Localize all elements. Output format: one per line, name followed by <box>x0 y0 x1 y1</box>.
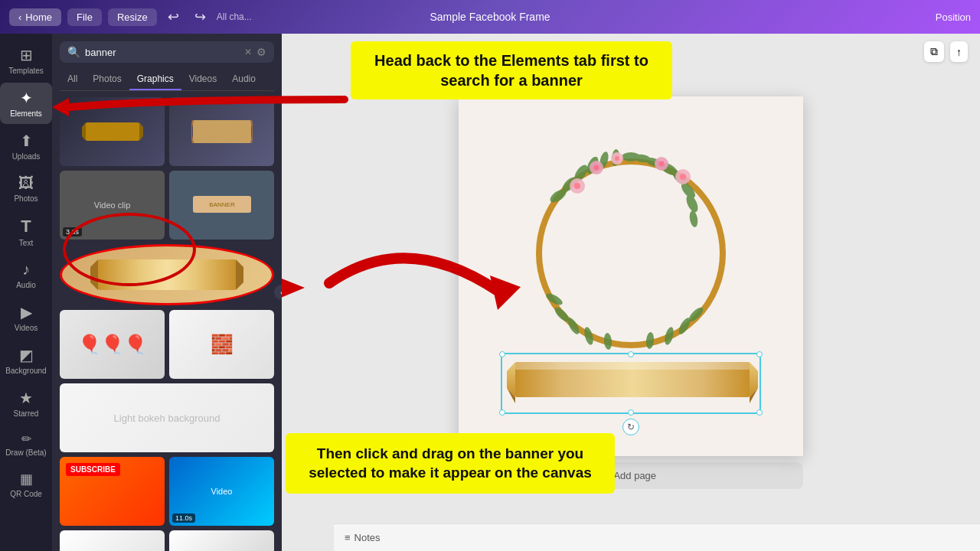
result-item[interactable] <box>60 530 165 551</box>
undo-button[interactable]: ↩ <box>163 5 184 28</box>
result-item[interactable]: Video clip 3.0s <box>60 171 165 240</box>
topbar: ‹ Home File Resize ↩ ↪ All cha... Sample… <box>0 0 980 34</box>
result-item[interactable] <box>169 97 274 166</box>
draw-icon: ✏ <box>21 432 31 446</box>
result-item[interactable]: 🧱 <box>169 310 274 379</box>
search-icon: 🔍 <box>67 46 80 58</box>
position-button[interactable]: Position <box>936 11 971 23</box>
result-item[interactable]: Video 11.0s <box>169 457 274 526</box>
tooltip-1: Head back to the Elements tab first to s… <box>351 41 672 99</box>
svg-point-42 <box>680 174 686 180</box>
topbar-right: Position <box>936 11 971 23</box>
sidebar: ⊞ Templates ✦ Elements ⬆ Uploads 🖼 Photo… <box>0 34 52 551</box>
svg-marker-7 <box>90 259 98 290</box>
sidebar-item-videos[interactable]: ▶ Videos <box>0 297 52 338</box>
svg-marker-59 <box>282 271 305 305</box>
results-grid: Video clip 3.0s BANNER <box>52 91 282 551</box>
tab-videos[interactable]: Videos <box>181 69 224 90</box>
svg-point-40 <box>659 161 665 166</box>
selection-handle-br[interactable] <box>756 409 763 416</box>
sidebar-item-uploads[interactable]: ⬆ Uploads <box>0 126 52 167</box>
sidebar-item-elements[interactable]: ✦ Elements <box>0 83 52 124</box>
file-button[interactable]: File <box>67 8 102 26</box>
result-item[interactable] <box>169 530 274 551</box>
tab-all[interactable]: All <box>60 69 85 90</box>
selection-handle-tl[interactable] <box>499 351 505 357</box>
notes-button[interactable]: ≡ Notes <box>345 532 381 543</box>
main-layout: ⊞ Templates ✦ Elements ⬆ Uploads 🖼 Photo… <box>0 34 980 551</box>
duration-badge: 11.0s <box>172 514 195 523</box>
canvas-copy-icon[interactable]: ⧉ <box>924 41 944 62</box>
sidebar-item-starred[interactable]: ★ Starred <box>0 383 52 424</box>
tab-audio[interactable]: Audio <box>224 69 263 90</box>
search-bar: 🔍 ✕ ⚙ <box>60 41 274 63</box>
canvas-top-icons: ⧉ ↑ <box>924 41 968 62</box>
svg-marker-8 <box>236 259 243 290</box>
tab-photos[interactable]: Photos <box>85 69 129 90</box>
result-item[interactable]: 🎈🎈🎈 <box>60 310 165 379</box>
svg-rect-3 <box>193 120 251 143</box>
rotate-handle[interactable]: ↻ <box>622 419 639 435</box>
svg-marker-2 <box>139 122 143 141</box>
canvas-frame: ↻ <box>459 96 803 456</box>
filter-icon[interactable]: ⚙ <box>256 46 266 58</box>
subscribe-badge: SUBSCRIBE <box>66 463 120 476</box>
selection-handle-tr[interactable] <box>756 351 763 357</box>
wreath-illustration: ↻ <box>485 116 776 437</box>
svg-marker-54 <box>750 362 758 397</box>
canvas-export-icon[interactable]: ↑ <box>950 41 968 62</box>
elements-icon: ✦ <box>20 89 33 107</box>
svg-point-34 <box>574 183 580 189</box>
selection-handle-tc[interactable] <box>628 351 634 357</box>
svg-point-38 <box>615 156 619 161</box>
result-item[interactable]: SUBSCRIBE <box>60 457 165 526</box>
result-item[interactable]: BANNER <box>169 171 274 240</box>
sidebar-item-qrcode[interactable]: ▦ QR Code <box>0 465 52 504</box>
svg-point-47 <box>603 332 612 350</box>
selection-handle-bl[interactable] <box>499 409 505 416</box>
resize-button[interactable]: Resize <box>108 8 157 26</box>
search-input[interactable] <box>85 47 240 58</box>
svg-rect-57 <box>515 362 750 370</box>
selection-handle-bc[interactable] <box>628 409 634 416</box>
sidebar-item-photos[interactable]: 🖼 Photos <box>0 168 52 209</box>
chevron-left-icon: ‹ <box>18 11 21 23</box>
panel-tabs: All Photos Graphics Videos Audio <box>60 69 274 91</box>
red-arrow-right <box>282 240 305 320</box>
home-button[interactable]: ‹ Home <box>9 8 61 26</box>
videos-icon: ▶ <box>21 303 32 321</box>
background-icon: ◩ <box>19 346 34 364</box>
banner-element[interactable]: ↻ <box>501 353 761 414</box>
canvas-area: ⧉ ↑ <box>282 34 980 551</box>
notes-bar: ≡ Notes <box>334 523 980 551</box>
uploads-icon: ⬆ <box>20 132 33 150</box>
svg-rect-0 <box>86 122 139 141</box>
text-icon: T <box>21 217 31 236</box>
svg-point-32 <box>688 210 699 227</box>
add-page-button[interactable]: + Add page <box>459 462 803 489</box>
sidebar-item-audio[interactable]: ♪ Audio <box>0 255 52 295</box>
save-status: All cha... <box>217 11 252 22</box>
photos-icon: 🖼 <box>18 174 34 192</box>
redo-button[interactable]: ↪ <box>190 5 211 28</box>
sidebar-item-text[interactable]: T Text <box>0 210 52 253</box>
sidebar-item-draw[interactable]: ✏ Draw (Beta) <box>0 425 52 463</box>
notes-icon: ≡ <box>345 532 351 543</box>
banner-svg <box>504 356 761 408</box>
duration-badge: 3.0s <box>63 227 82 236</box>
svg-text:BANNER: BANNER <box>209 201 235 208</box>
svg-marker-1 <box>82 122 86 141</box>
result-item[interactable]: Light bokeh background <box>60 383 274 452</box>
result-item[interactable] <box>60 97 165 166</box>
qrcode-icon: ▦ <box>20 471 33 487</box>
clear-icon[interactable]: ✕ <box>244 47 252 57</box>
result-item-banner-highlighted[interactable] <box>60 244 274 305</box>
sidebar-item-background[interactable]: ◩ Background <box>0 340 52 381</box>
tab-graphics[interactable]: Graphics <box>129 69 181 90</box>
svg-rect-6 <box>98 259 236 290</box>
audio-icon: ♪ <box>22 261 30 279</box>
sidebar-item-templates[interactable]: ⊞ Templates <box>0 40 52 81</box>
svg-point-36 <box>594 165 599 170</box>
templates-icon: ⊞ <box>20 46 33 64</box>
starred-icon: ★ <box>19 389 33 407</box>
